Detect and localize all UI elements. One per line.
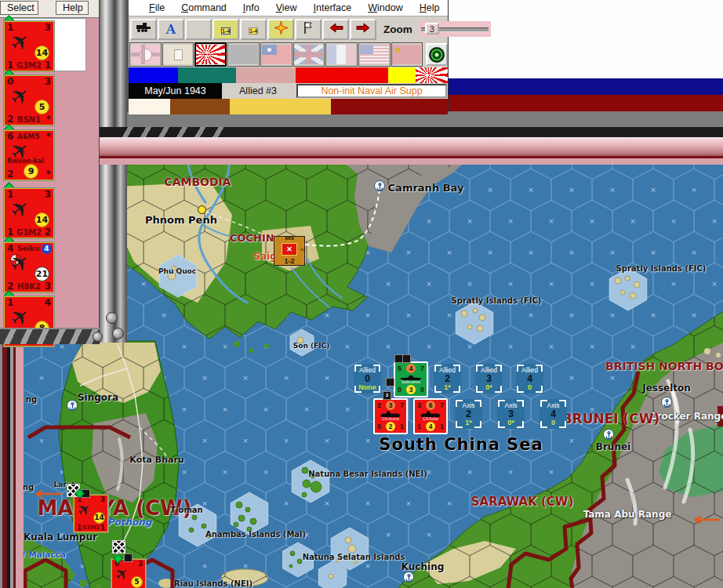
map-label: Jesselton <box>642 383 691 394</box>
menu-file[interactable]: File <box>149 2 165 13</box>
hud-box-allied-2[interactable]: Allied21* <box>434 364 461 394</box>
zoom-slider[interactable]: 3 <box>419 21 491 37</box>
resource-arrow-icon <box>35 487 63 501</box>
frame-speckle <box>100 158 723 165</box>
combat-button[interactable] <box>267 19 294 40</box>
svg-text:×: × <box>507 280 514 288</box>
strip-segment <box>388 67 416 83</box>
menu-info[interactable]: Info <box>243 2 260 13</box>
aircraft-icon: ✈ <box>6 249 35 278</box>
menu-view[interactable]: View <box>276 2 297 13</box>
flag-italy[interactable] <box>162 42 194 67</box>
hud-box-allied-3[interactable]: Allied30* <box>475 364 503 394</box>
production-button[interactable] <box>185 19 212 40</box>
svg-text:×: × <box>202 374 208 382</box>
svg-text:×: × <box>385 531 391 539</box>
train-button[interactable] <box>130 19 157 40</box>
phase-action-field[interactable]: Non-init Naval Air Supp <box>296 84 447 98</box>
svg-text:×: × <box>202 562 208 570</box>
prev-turn-button[interactable] <box>322 19 349 40</box>
hud-box-axis-4[interactable]: Axis40 <box>540 399 567 429</box>
svg-text:×: × <box>650 311 656 319</box>
power-flag-row <box>129 42 448 67</box>
unit-counter-b5n1[interactable]: 03✈5B5N1 <box>111 559 146 588</box>
flag-france[interactable] <box>325 42 358 67</box>
unit-detail-button[interactable]: 1-4 <box>240 19 267 40</box>
combat-icon <box>274 21 288 38</box>
svg-text:×: × <box>528 249 534 256</box>
hud-box-allied-4[interactable]: Allied40 <box>516 364 543 394</box>
svg-text:×: × <box>691 186 697 194</box>
port-anchor-icon <box>403 572 414 583</box>
globe-button[interactable] <box>426 43 448 66</box>
units-button[interactable]: 1-4 <box>213 19 239 40</box>
bolt-icon <box>112 328 124 339</box>
aircraft-icon: ✈ <box>6 82 35 111</box>
map-label: Anambas Islands (Mal) <box>205 530 306 539</box>
svg-text:×: × <box>446 499 452 507</box>
map-label: Phnom Penh <box>145 214 217 226</box>
svg-text:×: × <box>528 311 534 319</box>
submarine-icon <box>400 375 422 380</box>
svg-text:×: × <box>589 217 595 225</box>
menu-window[interactable]: Window <box>368 2 402 13</box>
menu-help[interactable]: Help <box>420 2 440 13</box>
hud-box-allied-0[interactable]: Allied0None <box>354 364 381 394</box>
next-turn-icon <box>356 22 371 36</box>
unit-counter-g3m2[interactable]: 13✈141G3M22 <box>4 188 54 238</box>
unit-counter-g3m2[interactable]: 13✈141G3M21 <box>74 495 108 532</box>
unit-counter-a6m5[interactable]: 6A6M5*✈Reisen-kai92* <box>4 130 54 180</box>
flag-ussr[interactable] <box>391 42 423 67</box>
flag-usa[interactable] <box>358 42 391 67</box>
naval-counter[interactable]: 237CA Izumo021 <box>373 398 408 434</box>
font-button[interactable]: A <box>158 19 184 40</box>
svg-text:×: × <box>670 217 677 225</box>
unit-counter-b5n1[interactable]: 03✈52B5N1* <box>4 75 54 125</box>
flag-germany[interactable] <box>129 42 162 67</box>
svg-text:×: × <box>385 343 391 350</box>
svg-text:×: × <box>711 217 718 225</box>
help-menu[interactable]: Help <box>56 1 89 15</box>
svg-text:×: × <box>140 280 147 288</box>
naval-counter[interactable]: 547Submarine030 <box>394 361 428 397</box>
ground-unit-counter[interactable]: xxx✕21-2 <box>274 236 305 266</box>
map-label: Riau Islands (NEI) <box>174 579 253 588</box>
map-label: Brunei <box>596 441 630 452</box>
svg-text:×: × <box>283 374 289 382</box>
svg-text:×: × <box>670 280 677 288</box>
svg-text:×: × <box>446 249 452 256</box>
svg-text:×: × <box>344 343 351 350</box>
unit-counter-g3m2[interactable]: 13✈141G3M21 <box>4 21 54 71</box>
hud-box-axis-2[interactable]: Axis21* <box>455 399 482 429</box>
svg-text:×: × <box>181 405 187 413</box>
next-turn-button[interactable] <box>350 19 376 40</box>
map-label: BRUNEI (CW) <box>562 411 660 426</box>
flag-neutral[interactable] <box>227 42 260 67</box>
map-label: Natuna Selatan Islands <box>303 553 405 561</box>
flag-icon <box>303 21 314 38</box>
menu-bar: FileCommandInfoViewInterfaceWindowHelp <box>129 0 448 16</box>
menu-interface[interactable]: Interface <box>314 2 352 13</box>
svg-text:×: × <box>426 280 432 288</box>
flag-button[interactable] <box>295 19 322 40</box>
flag-china[interactable] <box>260 42 292 67</box>
menu-command[interactable]: Command <box>181 2 227 13</box>
aircraft-icon: ✈ <box>6 28 35 57</box>
svg-text:×: × <box>691 249 697 256</box>
map-window-top-frame <box>100 137 723 156</box>
zoom-slider-thumb[interactable]: 3 <box>425 23 439 34</box>
hud-box-axis-3[interactable]: Axis30* <box>497 399 525 429</box>
svg-text:×: × <box>202 437 208 445</box>
svg-text:×: × <box>691 311 697 319</box>
unit-counter-h8k2[interactable]: 4Seiku4✈212H8K23 <box>4 242 54 292</box>
svg-text:×: × <box>507 468 514 476</box>
sidebar-menu-bar: Select Help <box>0 0 99 18</box>
naval-counter[interactable]: 367CA Aoba141 <box>413 398 448 434</box>
select-menu[interactable]: Select <box>0 1 38 15</box>
flag-japan[interactable] <box>194 42 227 67</box>
flag-uk[interactable] <box>293 42 325 67</box>
svg-text:×: × <box>569 249 575 256</box>
window-frame-strut <box>100 0 127 343</box>
svg-text:×: × <box>222 468 228 476</box>
svg-text:×: × <box>650 186 656 194</box>
